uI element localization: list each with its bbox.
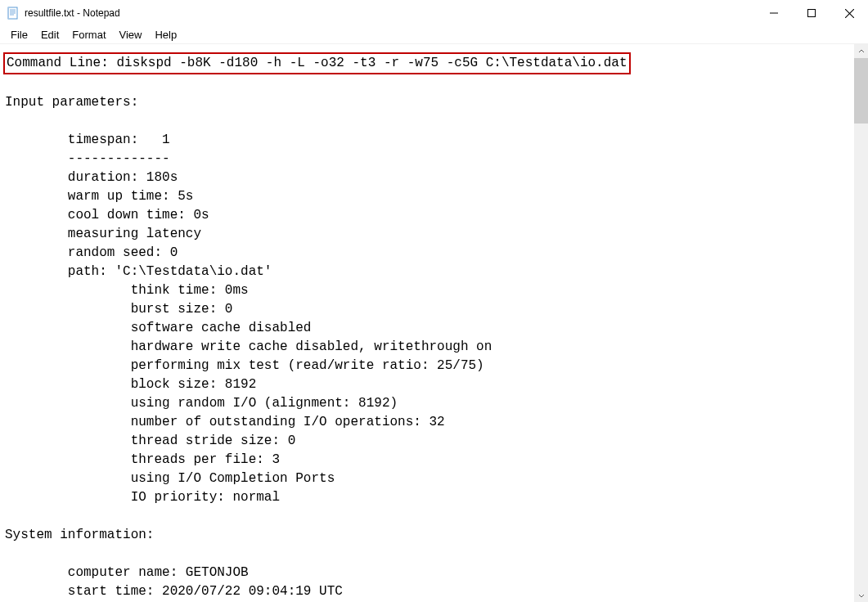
menubar: File Edit Format View Help [0, 26, 868, 44]
text-line: think time: 0ms [5, 283, 249, 298]
window-title: resultfile.txt - Notepad [25, 7, 755, 19]
text-line: duration: 180s [5, 170, 178, 185]
text-line: start time: 2020/07/22 09:04:19 UTC [5, 584, 343, 599]
text-line: using I/O Completion Ports [5, 471, 335, 486]
scroll-thumb[interactable] [854, 58, 868, 124]
close-button[interactable] [830, 0, 868, 26]
text-line: ------------- [5, 151, 170, 166]
text-line: computer name: GETONJOB [5, 565, 249, 580]
text-line: measuring latency [5, 227, 201, 241]
text-line: burst size: 0 [5, 302, 232, 317]
scroll-track[interactable] [854, 58, 868, 588]
scroll-down-arrow-icon[interactable] [854, 588, 868, 602]
menu-help[interactable]: Help [148, 27, 183, 43]
text-line: warm up time: 5s [5, 189, 193, 204]
minimize-button[interactable] [755, 0, 793, 26]
text-line: threads per file: 3 [5, 452, 280, 467]
text-line: Input parameters: [5, 95, 138, 110]
text-line: software cache disabled [5, 321, 311, 335]
text-line: performing mix test (read/write ratio: 2… [5, 358, 484, 373]
svg-rect-5 [8, 7, 10, 19]
svg-rect-7 [808, 10, 816, 17]
command-line-text: Command Line: diskspd -b8K -d180 -h -L -… [3, 52, 631, 74]
content-wrap: Command Line: diskspd -b8K -d180 -h -L -… [0, 44, 868, 602]
maximize-button[interactable] [793, 0, 830, 26]
text-line: IO priority: normal [5, 490, 280, 505]
window-controls [755, 0, 868, 26]
text-line: random seed: 0 [5, 245, 178, 260]
notepad-app-icon [7, 7, 20, 20]
menu-file[interactable]: File [4, 27, 34, 43]
text-line: System information: [5, 528, 154, 542]
text-line: timespan: 1 [5, 133, 170, 147]
titlebar: resultfile.txt - Notepad [0, 0, 868, 26]
text-line: hardware write cache disabled, writethro… [5, 339, 492, 354]
editor-content[interactable]: Command Line: diskspd -b8K -d180 -h -L -… [0, 44, 854, 602]
vertical-scrollbar[interactable] [854, 44, 868, 602]
scroll-up-arrow-icon[interactable] [854, 44, 868, 58]
text-line: using random I/O (alignment: 8192) [5, 396, 398, 411]
text-line: thread stride size: 0 [5, 434, 295, 448]
menu-edit[interactable]: Edit [34, 27, 65, 43]
text-line: cool down time: 0s [5, 208, 209, 222]
menu-format[interactable]: Format [65, 27, 112, 43]
menu-view[interactable]: View [113, 27, 149, 43]
text-line: number of outstanding I/O operations: 32 [5, 415, 445, 429]
text-line: path: 'C:\Testdata\io.dat' [5, 264, 272, 279]
text-line: block size: 8192 [5, 377, 256, 392]
